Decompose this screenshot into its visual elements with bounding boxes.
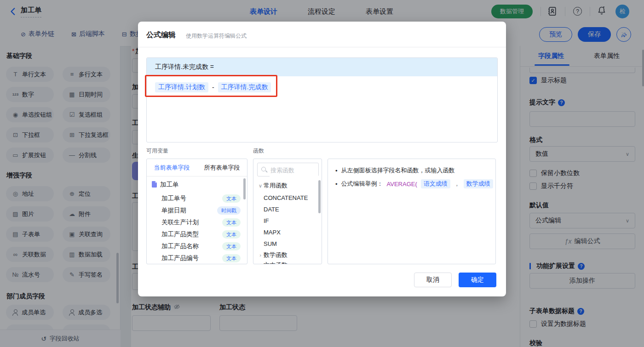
function-item[interactable]: IF	[253, 215, 322, 226]
modal-subtitle: 使用数学运算符编辑公式	[186, 32, 247, 40]
modal-title: 公式编辑	[146, 30, 176, 40]
operator-minus: -	[212, 84, 214, 91]
function-group-common[interactable]: ∨常用函数	[253, 180, 322, 191]
variables-scrollbar[interactable]	[243, 178, 246, 199]
variable-row[interactable]: 单据日期时间戳	[147, 205, 247, 216]
confirm-button[interactable]: 确定	[459, 273, 496, 287]
type-badge: 文本	[222, 230, 241, 239]
tab-current-form-fields[interactable]: 当前表单字段	[147, 164, 197, 172]
type-badge: 文本	[222, 194, 241, 203]
variable-row[interactable]: 关联生产计划文本	[147, 217, 247, 228]
function-group-math[interactable]: ›数学函数	[253, 250, 322, 261]
variable-tree-root[interactable]: 加工单	[147, 179, 247, 190]
formula-token-planned-qty[interactable]: 工序详情.计划数	[155, 82, 208, 92]
search-icon	[261, 167, 267, 173]
function-item[interactable]: CONCATENATE	[253, 192, 322, 203]
function-search-input[interactable]	[270, 164, 318, 176]
variable-row[interactable]: 加工产品编号文本	[147, 253, 247, 264]
example-token: 数学成绩	[464, 179, 493, 188]
divider	[138, 47, 506, 47]
close-icon[interactable]: ×	[617, 28, 630, 41]
formula-expression-area[interactable]: 工序详情.计划数 - 工序详情.完成数	[147, 76, 497, 98]
formula-token-finished-qty[interactable]: 工序详情.完成数	[218, 82, 271, 92]
chevron-right-icon: ›	[257, 252, 264, 258]
variable-row[interactable]: 加工单号文本	[147, 193, 247, 204]
example-function-name: AVERAGE(	[387, 181, 417, 188]
tab-all-form-fields[interactable]: 所有表单字段	[197, 164, 247, 172]
formula-target-bar: 工序详情.未完成数 =	[147, 58, 497, 76]
functions-scrollbar[interactable]	[318, 180, 321, 213]
type-badge: 文本	[222, 218, 241, 227]
tip-line: • 从左侧面板选择字段名和函数，或输入函数	[335, 166, 455, 175]
function-item[interactable]: SUM	[253, 238, 322, 249]
variable-row[interactable]: 加工产品类型文本	[147, 229, 247, 240]
cancel-button[interactable]: 取消	[414, 273, 452, 287]
variables-tabs: 当前表单字段 所有表单字段	[147, 159, 247, 176]
functions-pane-label: 函数	[253, 147, 264, 155]
variables-pane-label: 可用变量	[146, 147, 168, 155]
type-badge: 文本	[222, 242, 241, 250]
variable-row[interactable]: 加工产品名称文本	[147, 241, 247, 252]
functions-panel: ∨常用函数 CONCATENATE DATE IF MAPX SUM ›数学函数…	[253, 159, 322, 264]
function-group-text[interactable]: ›文本函数	[253, 260, 322, 264]
type-badge: 时间戳	[217, 206, 241, 215]
tip-example-line: • 公式编辑举例：AVERAGE( 语文成绩，数学成绩)	[335, 179, 496, 188]
type-badge: 文本	[222, 254, 241, 262]
tips-panel: • 从左侧面板选择字段名和函数，或输入函数 • 公式编辑举例：AVERAGE( …	[328, 159, 496, 264]
app-window: 加工单 表单设计 流程设定 表单设置 数据管理 ? 检 ⊘ 表单外链 ⊠ 后端脚…	[0, 0, 644, 347]
example-token: 语文成绩	[421, 179, 450, 188]
chevron-right-icon: ›	[257, 262, 264, 264]
function-item[interactable]: MAPX	[253, 227, 322, 238]
formula-edit-modal: 公式编辑 使用数学运算符编辑公式 × 工序详情.未完成数 = 工序详情.计划数 …	[138, 22, 506, 296]
function-search-box	[257, 163, 319, 176]
function-item[interactable]: DATE	[253, 204, 322, 215]
variables-panel: 当前表单字段 所有表单字段 加工单 加工单号文本 单据日期时间戳 关联生产计划文…	[146, 159, 247, 264]
chevron-down-icon: ∨	[257, 183, 264, 189]
formula-editor: 工序详情.未完成数 = 工序详情.计划数 - 工序详情.完成数	[146, 57, 498, 142]
form-doc-icon	[151, 181, 157, 189]
